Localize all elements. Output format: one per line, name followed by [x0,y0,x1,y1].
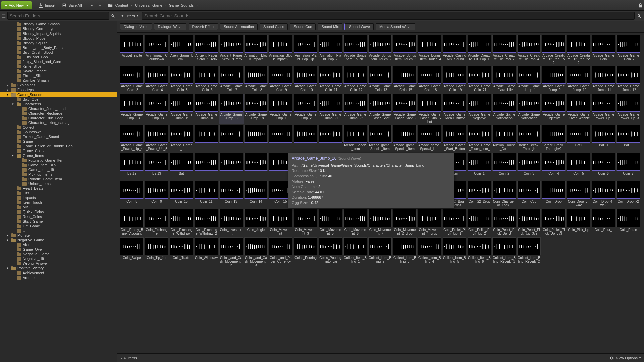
asset-item[interactable]: Coin_Drop [541,181,566,208]
tree-item-start-game[interactable]: Start_Game [0,219,117,224]
type-filter-reverb-effect[interactable]: Reverb Effect [189,23,218,30]
asset-item[interactable] [244,153,268,180]
asset-item[interactable]: Coins_and_Paper_Currency [268,237,293,267]
asset-item[interactable]: Arcade_Game_Jump_20 [293,94,318,124]
tree-item-game-over[interactable]: Game_Over [0,247,117,252]
tree-item-bones-and-body-parts[interactable]: Bones_and_Body_Parts [0,45,117,50]
asset-item[interactable]: Collect_Item_Bling_1 [343,237,368,267]
asset-item[interactable]: Bat13 [144,153,169,180]
type-filter-dialogue-wave[interactable]: Dialogue Wave [154,23,186,30]
search-assets-input[interactable] [142,12,635,20]
add-new-button[interactable]: Add New [1,1,32,9]
tree-item-characters[interactable]: ▾Characters [0,102,117,106]
asset-item[interactable]: Arcade_Game_Negative_ [467,94,492,124]
asset-item[interactable]: Arcade_Game_Laser_Shot_2 [392,94,417,124]
asset-item[interactable]: Arcade_Game_Coin_19 [442,65,467,93]
asset-item[interactable] [268,124,293,152]
tree-item-throat-slit[interactable]: Throat_Slit [0,73,117,78]
asset-item[interactable]: Collect_Item_Bling_Reverb_1 [492,237,517,267]
search-icon[interactable] [110,13,116,19]
asset-item[interactable]: Coin_13 [219,181,244,208]
search-icon[interactable] [637,13,642,19]
asset-item[interactable]: Animation_Block_impact [244,35,268,65]
asset-item[interactable]: Arcade_Game_Jump_10 [566,65,591,93]
tree-item-negative-hit[interactable]: Negative_Hit [0,256,117,261]
asset-item[interactable]: Coin_10 [169,181,194,208]
asset-item[interactable]: Coin_Movement_4_drop [417,209,442,236]
asset-item[interactable]: Arcade_Game_Power_Up_5 [144,124,169,152]
tree-item-real-coins[interactable]: Real_Coins [0,214,117,219]
asset-item[interactable] [219,124,244,152]
asset-item[interactable] [244,124,268,152]
tree-item-negative-game[interactable]: Negative_Game [0,252,117,256]
tree-item-arcade[interactable]: Arcade [0,275,117,280]
asset-item[interactable]: Arcade_Creature_Hit_Pop_2v2 [566,35,591,65]
asset-item[interactable]: Arcade_Casino_Mix_Sound [442,35,467,65]
asset-item[interactable]: Arcade_Game_Power_Up_4 [119,124,144,152]
asset-item[interactable]: Coin_Movement_5 [318,209,343,236]
filters-dropdown[interactable]: Filters▾ [119,13,140,19]
asset-item[interactable]: Coin_Empty_Bank_Account [119,209,144,236]
tree-item-game-items[interactable]: ▾Game_Items [0,153,117,158]
tree-item-zombie-smash[interactable]: Zombie_Smash [0,78,117,83]
tree-item-character-recharge[interactable]: Character_Recharge [0,111,117,116]
tree-item-countdown[interactable]: Countdown [0,130,117,134]
asset-item[interactable]: Bat1 [566,124,591,152]
asset-item[interactable]: Coin_Pick_Up [566,209,591,236]
asset-item[interactable]: Arcade_Game_Coin_10 [293,65,318,93]
breadcrumb-item[interactable]: Game_Sounds [168,2,194,9]
tree-item-wrong-answer[interactable]: Wrong_Answer [0,261,117,266]
asset-item[interactable]: Arcade_Game_Coin_7 [219,65,244,93]
tree-item-bloody-gore-layers[interactable]: Bloody_Gore_Layers [0,26,117,31]
asset-item[interactable]: Coin_7 [616,153,641,180]
asset-item[interactable]: Arcade_Game_Coin_9 [268,65,293,93]
asset-item[interactable]: Coin_Pellet_Pick_Up_1 [442,209,467,236]
asset-item[interactable]: Coin_Jingle [244,209,268,236]
tree-item-character-jump-land[interactable]: Character_Jump_Land [0,106,117,111]
tree-item-negative-game[interactable]: ▾Negative_Game [0,238,117,242]
tree-item-unlock-items[interactable]: Unlock_Items [0,181,117,186]
type-filter-sound-attenuation[interactable]: Sound Attenuation [220,23,258,30]
tree-item-game-coins[interactable]: Game_Coins [0,148,117,153]
tree-item-game-item-hit[interactable]: Game_Item_Hit [0,167,117,172]
asset-item[interactable]: Arcade_Game_Jump_19 [268,94,293,124]
tree-item-game-sounds[interactable]: ▾Game_Sounds [0,92,117,97]
asset-item[interactable]: Arcade_Creature_Hit_Pop_2 [492,35,517,65]
asset-item[interactable]: Coin_Movement [268,209,293,236]
asset-item[interactable]: Arcade_Game_Touch_Item_ [467,124,492,152]
breadcrumb-item[interactable]: Universal_Game [134,2,163,9]
asset-item[interactable]: Arcade_Game_Jump_17 [219,94,244,124]
breadcrumb-item[interactable]: Content [115,2,129,9]
asset-item[interactable]: Coin_Exchange [144,209,169,236]
asset-item[interactable]: Coin_Swipe [119,237,144,267]
asset-item[interactable]: Arcade_Game_Laser_Shot [368,94,392,124]
asset-item[interactable]: Arcade_Game_Laser_Gun_Shot [417,94,442,124]
asset-item[interactable]: Arcade_Game_Jump_13 [119,94,144,124]
type-filter-sound-wave[interactable]: Sound Wave [344,23,374,30]
asset-item[interactable]: Coin_Pour_ [591,209,616,236]
asset-item[interactable]: Arcade_Game_Coin_18 [417,65,442,93]
asset-item[interactable]: Arcade_Game_Jump_9 [541,65,566,93]
asset-item[interactable]: Arcade_Game_Coin_12 [343,65,368,93]
asset-item[interactable]: Alien_Game_Item_ [169,35,194,65]
asset-item[interactable]: Arcade_Bonus_Item_Touch_1 [343,35,368,65]
asset-item[interactable]: Collect_Item_Bling_6 [467,237,492,267]
asset-item[interactable]: Arcade_Game_Coin_21 [467,65,492,93]
asset-item[interactable]: Arcade_Game_Jump_21 [318,94,343,124]
asset-item[interactable]: Accpet_invite [119,35,144,65]
asset-item[interactable]: Arcade_game_Special_Item [392,124,417,152]
tree-item-frozen-game-sound[interactable]: Frozen_Game_Sound [0,134,117,139]
tree-item-achievement[interactable]: Achievement [0,270,117,275]
asset-item[interactable]: Arcade_Bonus_Item_Touch_4 [417,35,442,65]
tree-item-heart-beats[interactable]: Heart_Beats [0,186,117,191]
asset-grid-scroll[interactable]: Accpet_inviteAiry_Impact_CountdownAlien_… [117,33,644,353]
asset-item[interactable]: Collect_Item_Bling_3 [392,237,417,267]
tree-item-bag-open[interactable]: Bag_Open [0,97,117,102]
asset-item[interactable]: Arcade_Game_Coin_11 [318,65,343,93]
asset-item[interactable]: Arcade_Game_Coin_3 [119,65,144,93]
asset-item[interactable]: Coin_6 [591,153,616,180]
asset-item[interactable]: Coin_Pellet_Pick_Up_2 [467,209,492,236]
asset-item[interactable]: Collect_Item_Bling_Reverb_2 [517,237,541,267]
asset-item[interactable]: Arcade_Game_Coin_13 [368,65,392,93]
asset-item[interactable] [194,124,219,152]
